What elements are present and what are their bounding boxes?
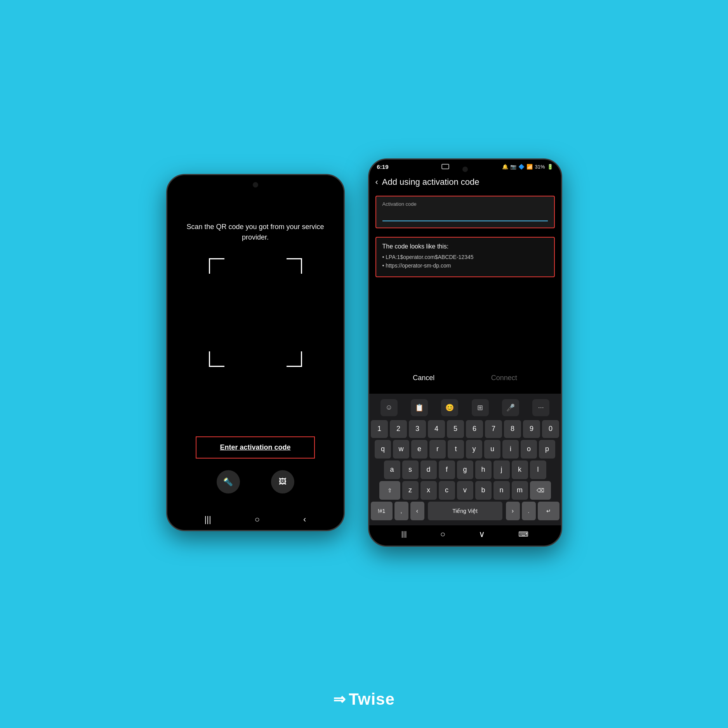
nav-down-icon-right[interactable]: ∨ — [479, 529, 485, 539]
back-button[interactable]: ‹ — [375, 177, 378, 187]
gallery-icon: 🖼 — [279, 477, 287, 486]
shift-key[interactable]: ⇧ — [379, 481, 400, 500]
nav-recents-icon-right[interactable]: ||| — [401, 530, 407, 538]
nav-keyboard-icon-right[interactable]: ⌨ — [518, 530, 528, 539]
power-button — [344, 245, 345, 276]
code-hint-box: The code looks like this: • LPA:1$operat… — [375, 237, 555, 277]
comma-key[interactable]: , — [394, 502, 408, 520]
nav-back-icon[interactable]: ‹ — [303, 514, 306, 525]
volume-up-button — [166, 237, 167, 261]
left-screen-content: Scan the QR code you got from your servi… — [167, 175, 344, 509]
right-nav-bar: ||| ○ ∨ ⌨ — [369, 525, 561, 546]
camera-status-icon — [441, 164, 449, 169]
more-key[interactable]: ··· — [532, 399, 549, 416]
key-b[interactable]: b — [475, 481, 492, 500]
lang-arrow-right[interactable]: › — [506, 502, 520, 520]
spacebar[interactable]: Tiếng Việt — [428, 502, 502, 520]
phone-right: 6:19 🔔 📷 🔷 📶 31% 🔋 ‹ — [368, 158, 562, 547]
field-underline — [382, 221, 548, 221]
backspace-key[interactable]: ⌫ — [530, 481, 551, 500]
key-h[interactable]: h — [475, 460, 492, 479]
activation-code-input[interactable] — [382, 209, 548, 217]
flashlight-icon: 🔦 — [223, 477, 233, 486]
key-1[interactable]: 1 — [371, 420, 388, 438]
action-buttons-row: Cancel Connect — [369, 362, 561, 394]
logo-area: ⇒ Twise — [333, 690, 395, 709]
flashlight-icon-circle[interactable]: 🔦 — [217, 470, 240, 493]
nav-home-icon-right[interactable]: ○ — [440, 529, 445, 539]
qr-corner-tl — [209, 258, 224, 274]
clipboard-key[interactable]: 📋 — [411, 399, 428, 416]
key-d[interactable]: d — [420, 460, 437, 479]
activation-field-wrapper: Activation code — [375, 196, 555, 228]
key-z[interactable]: z — [402, 481, 419, 500]
key-q[interactable]: q — [375, 440, 391, 459]
left-nav-bar: ||| ○ ‹ — [167, 509, 344, 530]
key-u[interactable]: u — [484, 440, 500, 459]
key-6[interactable]: 6 — [466, 420, 483, 438]
period-key[interactable]: . — [522, 502, 536, 520]
nav-recents-icon[interactable]: ||| — [205, 514, 211, 525]
key-8[interactable]: 8 — [504, 420, 521, 438]
keyboard-row-numbers: 1 2 3 4 5 6 7 8 9 0 — [371, 420, 559, 438]
key-5[interactable]: 5 — [447, 420, 464, 438]
right-camera-hole — [462, 167, 468, 172]
key-j[interactable]: j — [493, 460, 510, 479]
bottom-icons-row: 🔦 🖼 — [217, 470, 294, 493]
page-title: Add using activation code — [382, 177, 480, 187]
keyboard-row-z: ⇧ z x c v b n m ⌫ — [371, 481, 559, 500]
right-screen-content: 6:19 🔔 📷 🔷 📶 31% 🔋 ‹ — [369, 160, 561, 546]
connect-button[interactable]: Connect — [480, 370, 529, 386]
key-0[interactable]: 0 — [542, 420, 559, 438]
special-chars-key[interactable]: !#1 — [371, 502, 393, 520]
key-k[interactable]: k — [512, 460, 528, 479]
enter-activation-code-button[interactable]: Enter activation code — [196, 436, 314, 459]
gallery-icon-circle[interactable]: 🖼 — [271, 470, 294, 493]
key-l[interactable]: l — [530, 460, 546, 479]
nav-home-icon[interactable]: ○ — [255, 514, 260, 525]
keyboard-row-q: q w e r t y u i o p — [371, 440, 559, 459]
key-x[interactable]: x — [420, 481, 437, 500]
key-7[interactable]: 7 — [485, 420, 502, 438]
key-2[interactable]: 2 — [390, 420, 407, 438]
emoji-key[interactable]: ☺ — [381, 399, 398, 416]
key-t[interactable]: t — [448, 440, 464, 459]
notification-icon: 🔔 — [502, 164, 508, 170]
logo-arrow-icon: ⇒ — [333, 691, 346, 708]
key-p[interactable]: p — [539, 440, 555, 459]
key-r[interactable]: r — [429, 440, 446, 459]
key-e[interactable]: e — [411, 440, 427, 459]
phone-left: Scan the QR code you got from your servi… — [166, 174, 345, 531]
keyboard-toolbar: ☺ 📋 😊 ⊞ 🎤 ··· — [371, 397, 559, 419]
key-w[interactable]: w — [393, 440, 409, 459]
enter-key[interactable]: ↵ — [538, 502, 559, 520]
camera-hole — [253, 182, 258, 188]
lang-arrow-left[interactable]: ‹ — [410, 502, 424, 520]
key-4[interactable]: 4 — [428, 420, 445, 438]
key-n[interactable]: n — [493, 481, 510, 500]
key-c[interactable]: c — [439, 481, 455, 500]
keyboard: ☺ 📋 😊 ⊞ 🎤 ··· 1 2 3 4 — [369, 394, 561, 525]
layout-key[interactable]: ⊞ — [472, 399, 489, 416]
main-container: Scan the QR code you got from your servi… — [0, 0, 728, 728]
key-g[interactable]: g — [457, 460, 473, 479]
key-9[interactable]: 9 — [523, 420, 540, 438]
scan-instruction: Scan the QR code you got from your servi… — [183, 222, 328, 243]
cancel-button[interactable]: Cancel — [401, 370, 446, 386]
header-bar: ‹ Add using activation code — [369, 172, 561, 192]
key-m[interactable]: m — [512, 481, 528, 500]
sticker-key[interactable]: 😊 — [441, 399, 458, 416]
key-v[interactable]: v — [457, 481, 473, 500]
key-s[interactable]: s — [402, 460, 419, 479]
mic-key[interactable]: 🎤 — [502, 399, 519, 416]
key-y[interactable]: y — [466, 440, 482, 459]
key-f[interactable]: f — [439, 460, 455, 479]
key-a[interactable]: a — [384, 460, 400, 479]
key-i[interactable]: i — [502, 440, 519, 459]
key-3[interactable]: 3 — [409, 420, 426, 438]
right-power-button — [561, 237, 562, 272]
status-time: 6:19 — [377, 163, 389, 170]
key-o[interactable]: o — [521, 440, 537, 459]
phones-row: Scan the QR code you got from your servi… — [166, 158, 562, 547]
keyboard-row-bottom: !#1 , ‹ Tiếng Việt › . ↵ — [371, 502, 559, 520]
